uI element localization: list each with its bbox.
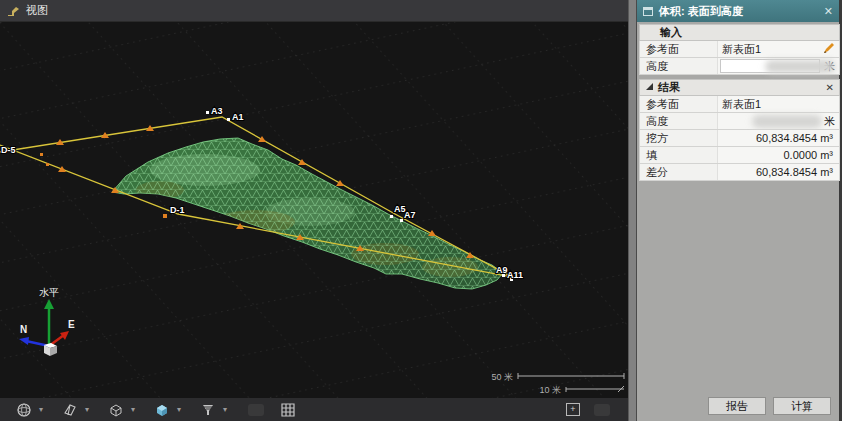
result-diff-row: 差分 60,834.8454 m³ (639, 164, 840, 181)
grid-icon[interactable] (278, 401, 298, 419)
shading-dropdown[interactable]: ▾ (82, 405, 92, 414)
zoom-window-icon[interactable]: + (566, 403, 580, 416)
view-tab-bar: 视图 (0, 0, 637, 22)
results-header-label: 结果 (658, 80, 680, 95)
input-section-header[interactable]: 输入 (639, 24, 840, 41)
result-fill-row: 填 0.0000 m³ (639, 147, 840, 164)
scale-50-label: 50 米 (491, 372, 513, 382)
panel-window-icon (643, 7, 653, 16)
panel-title-bar[interactable]: 体积: 表面到高度 ✕ (637, 0, 839, 22)
point-label-a3: A3 (211, 106, 223, 116)
panel-splitter[interactable] (628, 0, 637, 421)
view-cube-icon[interactable] (106, 401, 126, 419)
result-height-label: 高度 (640, 113, 718, 129)
axis-north-label: N (20, 324, 27, 335)
point-label-a7: A7 (404, 210, 416, 220)
viewport-3d[interactable]: A3 A1 D-5 D-1 A5 A7 A9 A11 (0, 22, 628, 398)
view-toolbar: ▾ ▾ ▾ ▾ ▾ (0, 398, 628, 421)
result-reference-row: 参考面 新表面1 (639, 96, 840, 113)
difference-label: 差分 (640, 164, 718, 180)
orbit-faded-icon[interactable] (594, 404, 610, 416)
solid-cube-icon[interactable] (152, 401, 172, 419)
point-label-a11: A11 (507, 270, 523, 280)
report-button[interactable]: 报告 (708, 397, 766, 415)
scene-canvas: A3 A1 D-5 D-1 A5 A7 A9 A11 (0, 22, 628, 398)
axis-up-label: 水平 (39, 287, 59, 298)
application-window: 视图 (0, 0, 842, 421)
point-label-a9: A9 (496, 265, 508, 275)
filter-icon[interactable] (198, 401, 218, 419)
collapse-icon[interactable] (646, 83, 653, 90)
layers-faded-icon[interactable] (248, 404, 264, 416)
solid-cube-dropdown[interactable]: ▾ (174, 405, 184, 414)
calculate-button[interactable]: 计算 (773, 397, 831, 415)
redacted-value (752, 115, 822, 128)
point-label-a1: A1 (232, 112, 244, 122)
fill-value: 0.0000 m³ (718, 149, 839, 161)
input-reference-row: 参考面 新表面1 (639, 41, 840, 58)
fill-label: 填 (640, 147, 718, 163)
panel-buttons: 报告 计算 (708, 397, 831, 415)
result-height-row: 高度 米 (639, 113, 840, 130)
view-cube-dropdown[interactable]: ▾ (128, 405, 138, 414)
view-tab-icon (7, 5, 21, 17)
reference-label: 参考面 (640, 41, 718, 57)
tab-view[interactable]: 视图 (26, 3, 48, 18)
shading-prism-icon[interactable] (60, 401, 80, 419)
axis-east-label: E (68, 319, 75, 330)
render-style-globe-icon[interactable] (14, 401, 34, 419)
input-height-row: 高度 米 (639, 58, 840, 75)
difference-value: 60,834.8454 m³ (718, 166, 839, 178)
result-reference-label: 参考面 (640, 96, 718, 112)
cut-value: 60,834.8454 m³ (718, 132, 839, 144)
cut-label: 挖方 (640, 130, 718, 146)
filter-dropdown[interactable]: ▾ (220, 405, 230, 414)
panel-title: 体积: 表面到高度 (659, 4, 824, 19)
panel-close-icon[interactable]: ✕ (824, 5, 833, 18)
results-section-header[interactable]: 结果 ✕ (639, 79, 840, 96)
result-height-unit: 米 (823, 114, 839, 129)
redacted-value (765, 60, 835, 73)
render-style-dropdown[interactable]: ▾ (36, 405, 46, 414)
edit-pencil-icon[interactable] (821, 42, 835, 56)
height-label: 高度 (640, 58, 718, 74)
results-close-icon[interactable]: ✕ (826, 82, 834, 93)
point-label-d5: D-5 (1, 145, 16, 155)
result-cut-row: 挖方 60,834.8454 m³ (639, 130, 840, 147)
result-reference-value: 新表面1 (718, 97, 839, 112)
scale-10-label: 10 米 (539, 385, 561, 395)
reference-value[interactable]: 新表面1 (718, 42, 821, 57)
point-label-d1: D-1 (170, 205, 185, 215)
volume-panel: 体积: 表面到高度 ✕ 输入 参考面 新表面1 高度 米 (637, 0, 842, 421)
input-header-label: 输入 (660, 25, 682, 40)
